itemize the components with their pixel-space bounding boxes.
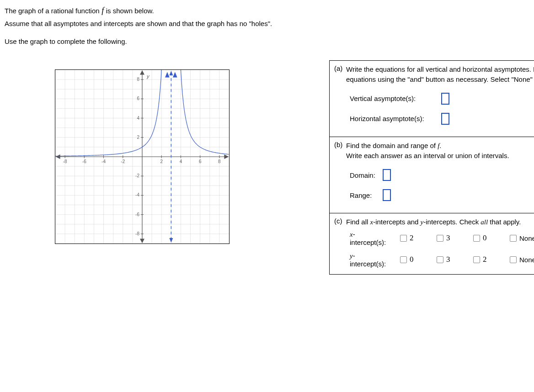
checkbox-icon[interactable] bbox=[437, 235, 443, 242]
checkbox-icon[interactable] bbox=[437, 256, 443, 263]
part-b-text: Find the domain and range of f. Write ea… bbox=[346, 141, 534, 161]
svg-text:2: 2 bbox=[137, 135, 139, 140]
svg-text:8: 8 bbox=[137, 77, 139, 82]
yint-option-3[interactable]: None bbox=[510, 256, 534, 264]
svg-text:6: 6 bbox=[137, 96, 139, 101]
range-input[interactable] bbox=[383, 189, 391, 201]
part-a-letter: (a) bbox=[334, 64, 346, 72]
svg-text:8: 8 bbox=[218, 159, 221, 164]
prompt-fn-f: f bbox=[100, 6, 106, 15]
prompt-line3: Use the graph to complete the following. bbox=[5, 37, 529, 47]
checkbox-icon[interactable] bbox=[510, 235, 517, 242]
svg-text:y: y bbox=[146, 74, 150, 79]
svg-marker-41 bbox=[56, 155, 60, 159]
prompt-line1-post: is shown below. bbox=[106, 7, 154, 15]
svg-marker-80 bbox=[173, 73, 177, 77]
graph-frame: -8-6-4-22468-8-6-4-22468 y bbox=[55, 69, 230, 244]
svg-text:4: 4 bbox=[180, 159, 182, 164]
checkbox-icon[interactable] bbox=[473, 235, 480, 242]
domain-input[interactable] bbox=[383, 169, 391, 181]
svg-text:4: 4 bbox=[137, 116, 139, 121]
svg-marker-40 bbox=[224, 155, 228, 159]
prompt-text: The graph of a rational function f is sh… bbox=[5, 5, 529, 47]
checkbox-icon[interactable] bbox=[400, 235, 407, 242]
part-c-letter: (c) bbox=[334, 217, 346, 225]
part-c: (c) Find all x-intercepts and y-intercep… bbox=[330, 213, 534, 274]
part-a: (a) Write the equations for all vertical… bbox=[330, 61, 534, 137]
horiz-asymptote-input[interactable] bbox=[441, 113, 449, 125]
function-graph: -8-6-4-22468-8-6-4-22468 y bbox=[55, 70, 229, 244]
x-intercept-row: x- intercept(s): 2 3 0 None bbox=[334, 228, 534, 249]
answer-box: (a) Write the equations for all vertical… bbox=[329, 60, 534, 275]
part-b: (b) Find the domain and range of f. Writ… bbox=[330, 137, 534, 214]
xint-option-2[interactable]: 0 bbox=[473, 233, 510, 243]
prompt-line2: Assume that all asymptotes and intercept… bbox=[5, 19, 529, 29]
svg-text:-6: -6 bbox=[82, 159, 86, 164]
domain-label: Domain: bbox=[350, 171, 383, 179]
svg-text:-8: -8 bbox=[63, 159, 67, 164]
svg-marker-43 bbox=[140, 239, 144, 243]
yint-option-0[interactable]: 0 bbox=[400, 255, 437, 264]
svg-text:-4: -4 bbox=[101, 159, 106, 164]
vert-asymptote-label: Vertical asymptote(s): bbox=[350, 95, 441, 102]
checkbox-icon[interactable] bbox=[400, 256, 407, 263]
checkbox-icon[interactable] bbox=[473, 256, 480, 263]
svg-text:-2: -2 bbox=[121, 159, 125, 164]
x-intercept-label: x- intercept(s): bbox=[350, 230, 400, 246]
yint-option-1[interactable]: 3 bbox=[437, 255, 473, 264]
xint-option-0[interactable]: 2 bbox=[400, 233, 437, 243]
svg-text:-4: -4 bbox=[135, 192, 139, 197]
horiz-asymptote-label: Horizontal asymptote(s): bbox=[350, 115, 441, 122]
y-intercept-row: y- intercept(s): 0 3 2 None bbox=[334, 249, 534, 270]
svg-text:2: 2 bbox=[160, 159, 163, 164]
prompt-line1-pre: The graph of a rational function bbox=[5, 7, 100, 15]
graph-column: -8-6-4-22468-8-6-4-22468 y bbox=[5, 60, 320, 275]
part-c-text: Find all x-intercepts and y-intercepts. … bbox=[346, 217, 534, 228]
xint-option-1[interactable]: 3 bbox=[437, 233, 473, 243]
vert-asymptote-input[interactable] bbox=[441, 93, 449, 105]
svg-marker-78 bbox=[169, 238, 173, 243]
xint-option-3[interactable]: None bbox=[510, 234, 534, 242]
svg-text:6: 6 bbox=[199, 159, 202, 164]
svg-marker-79 bbox=[166, 73, 169, 77]
yint-option-2[interactable]: 2 bbox=[473, 255, 510, 264]
svg-marker-42 bbox=[140, 71, 144, 74]
svg-text:-6: -6 bbox=[135, 212, 139, 217]
range-label: Range: bbox=[350, 191, 383, 199]
svg-text:-8: -8 bbox=[135, 231, 139, 236]
part-b-letter: (b) bbox=[334, 141, 346, 148]
part-a-text: Write the equations for all vertical and… bbox=[346, 64, 534, 85]
checkbox-icon[interactable] bbox=[510, 256, 517, 263]
y-intercept-label: y- intercept(s): bbox=[350, 252, 400, 268]
svg-text:-2: -2 bbox=[135, 173, 139, 178]
svg-marker-77 bbox=[169, 71, 173, 75]
